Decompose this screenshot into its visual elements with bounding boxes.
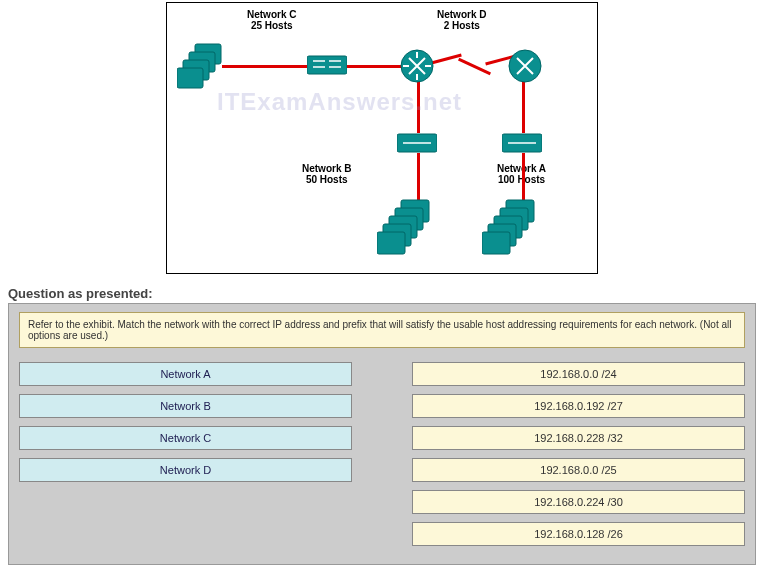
- router-icon: [399, 48, 435, 88]
- switch-icon: [307, 53, 347, 81]
- match-source-column: Network A Network B Network C Network D: [19, 362, 352, 546]
- match-option[interactable]: 192.168.0.128 /26: [412, 522, 745, 546]
- pc-stack-icon: [482, 198, 537, 253]
- match-option[interactable]: 192.168.0.224 /30: [412, 490, 745, 514]
- match-item-network-a[interactable]: Network A: [19, 362, 352, 386]
- svg-rect-4: [307, 56, 347, 74]
- question-prompt: Refer to the exhibit. Match the network …: [19, 312, 745, 348]
- match-target-column: 192.168.0.0 /24 192.168.0.192 /27 192.16…: [412, 362, 745, 546]
- match-option[interactable]: 192.168.0.0 /25: [412, 458, 745, 482]
- svg-rect-19: [377, 232, 405, 254]
- pc-stack-icon: [177, 40, 232, 95]
- label-network-b: Network B50 Hosts: [302, 163, 351, 185]
- svg-rect-3: [177, 68, 203, 88]
- match-item-network-d[interactable]: Network D: [19, 458, 352, 482]
- pc-stack-icon: [377, 198, 432, 253]
- label-network-d: Network D2 Hosts: [437, 9, 486, 31]
- match-item-network-b[interactable]: Network B: [19, 394, 352, 418]
- section-heading: Question as presented:: [0, 282, 764, 303]
- match-option[interactable]: 192.168.0.192 /27: [412, 394, 745, 418]
- question-panel: Refer to the exhibit. Match the network …: [8, 303, 756, 565]
- match-item-network-c[interactable]: Network C: [19, 426, 352, 450]
- svg-rect-24: [482, 232, 510, 254]
- switch-icon: [502, 131, 542, 159]
- exhibit-diagram: Network C25 Hosts Network D2 Hosts Netwo…: [166, 2, 598, 274]
- switch-icon: [397, 131, 437, 159]
- router-icon: [507, 48, 543, 88]
- match-option[interactable]: 192.168.0.0 /24: [412, 362, 745, 386]
- watermark-text: ITExamAnswers.net: [217, 88, 462, 116]
- label-network-c: Network C25 Hosts: [247, 9, 296, 31]
- match-option[interactable]: 192.168.0.228 /32: [412, 426, 745, 450]
